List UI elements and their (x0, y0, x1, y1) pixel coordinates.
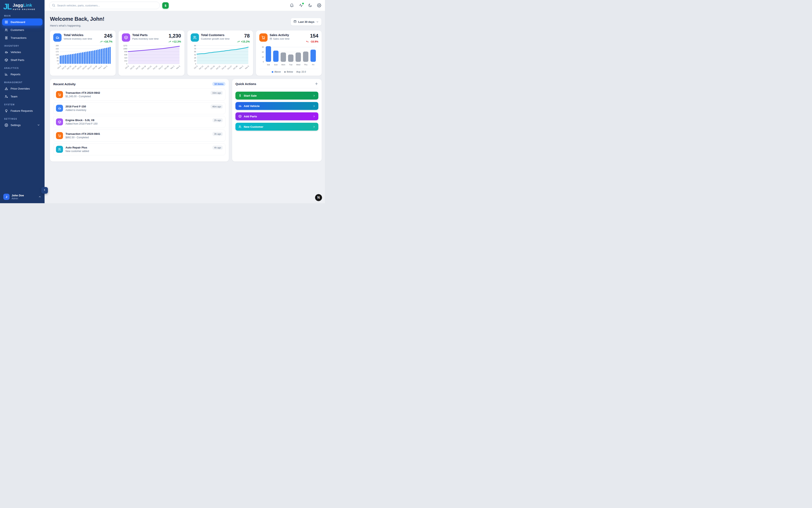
car-icon (53, 33, 61, 42)
sidebar-nav: MAINDashboardCustomersTransactionsINVENT… (0, 12, 45, 191)
activity-list: Transaction #TX-2024-0842$1,245.00 - Com… (53, 89, 225, 155)
sidebar-item-label: Settings (10, 124, 21, 127)
moon-icon[interactable] (308, 3, 312, 7)
stat-card-title: Sales Activity (270, 33, 289, 37)
svg-text:Oct 27: Oct 27 (87, 65, 92, 70)
activity-title: Transaction #TX-2024-0841 (65, 132, 100, 135)
chevron-up-icon[interactable] (38, 195, 41, 198)
recent-activity-panel: Recent Activity 10 items Transaction #TX… (50, 79, 229, 162)
activity-item-transaction-tx-2024-0842[interactable]: Transaction #TX-2024-0842$1,245.00 - Com… (53, 89, 225, 100)
sidebar-collapse-button[interactable] (41, 187, 48, 194)
vehicles-chart: 04386129172215258Oct 9Oct 12Oct 15Oct 18… (53, 44, 112, 76)
activity-item-2018-ford-f-150[interactable]: 2018 Ford F-150Added to inventory46m ago (53, 102, 225, 114)
svg-text:Wed: Wed (296, 64, 300, 66)
quick-action-new-customer[interactable]: New Customer (235, 123, 318, 131)
svg-text:129: 129 (56, 54, 59, 56)
svg-text:Oct 30: Oct 30 (92, 65, 97, 70)
activity-item-auto-repair-plus[interactable]: Auto Repair PlusNew customer added4h ago (53, 143, 225, 155)
svg-text:172: 172 (56, 51, 59, 53)
legend-above: Above (272, 71, 281, 73)
gear-icon (5, 123, 8, 127)
trend-up-icon (237, 40, 240, 43)
sidebar-item-label: Reports (10, 73, 20, 76)
svg-text:Oct 18: Oct 18 (210, 65, 215, 70)
stat-card-value: 1,230 (168, 33, 181, 38)
stat-card-delta: +15.2% (237, 40, 250, 43)
topbar-icons (290, 3, 321, 7)
svg-text:Oct 18: Oct 18 (141, 65, 146, 70)
activity-subtitle: Added to inventory (65, 109, 86, 112)
svg-text:Nov 5: Nov 5 (244, 65, 249, 70)
svg-text:1272: 1272 (123, 45, 127, 47)
activity-time: 4h ago (213, 145, 223, 150)
svg-text:28: 28 (194, 57, 196, 59)
sidebar-item-settings[interactable]: Settings (2, 122, 43, 129)
legend-below: Below (284, 71, 293, 73)
activity-subtitle: Added from 2018 Ford F-150 (65, 122, 98, 125)
activity-icon[interactable] (299, 3, 303, 7)
svg-text:Oct 24: Oct 24 (221, 65, 227, 70)
user-name: John Doe (12, 194, 24, 197)
sidebar-item-customers[interactable]: Customers (2, 26, 43, 33)
main-area: $ Welcome Back, John! Here's what's happ… (45, 0, 325, 203)
quick-action-start-sale[interactable]: Start Sale (235, 92, 318, 99)
recent-activity-header: Recent Activity 10 items (53, 82, 225, 86)
sidebar-item-dashboard[interactable]: Dashboard (2, 18, 43, 26)
activity-title: 2018 Ford F-150 (65, 105, 86, 108)
gear-icon[interactable] (317, 3, 321, 7)
sidebar-item-team[interactable]: Team (2, 93, 43, 100)
activity-item-engine-block-5-0l-v8[interactable]: Engine Block - 5.0L V8Added from 2018 Fo… (53, 116, 225, 128)
calendar-icon (270, 38, 272, 40)
sidebar-item-reports[interactable]: Reports (2, 71, 43, 78)
app-window: JL JaggLink AUTO SALVAGE MAINDashboardCu… (0, 0, 325, 203)
svg-text:Sun: Sun (274, 64, 277, 66)
stat-card-subtitle: Vehicle inventory over time (63, 38, 92, 40)
warning-icon (5, 87, 8, 90)
svg-text:258: 258 (56, 45, 59, 47)
svg-text:Oct 12: Oct 12 (198, 65, 204, 70)
stat-card-subtitle: Customer growth over time (201, 38, 230, 40)
box-icon (5, 58, 8, 62)
quick-action-label: Start Sale (244, 94, 257, 97)
date-range-selector[interactable]: Last 30 days (290, 18, 322, 26)
svg-text:Oct 24: Oct 24 (152, 65, 158, 70)
page-subtitle: Here's what's happening. (50, 24, 104, 27)
brand-name: JaggLink (13, 3, 36, 7)
sidebar-item-feature-requests[interactable]: Feature Requests (2, 107, 43, 114)
recent-activity-title: Recent Activity (53, 82, 76, 86)
sidebar-item-price-overrides[interactable]: Price Overrides (2, 85, 43, 92)
nav-section-label-settings: SETTINGS (0, 115, 45, 122)
svg-text:20: 20 (262, 51, 264, 53)
stat-card-subtitle: Sales over time (270, 38, 289, 40)
svg-text:Oct 21: Oct 21 (77, 65, 82, 70)
stat-cards-row: Total VehiclesVehicle inventory over tim… (50, 31, 322, 76)
activity-subtitle: New customer added (65, 150, 89, 153)
sidebar-item-vehicles[interactable]: Vehicles (2, 48, 43, 55)
brand-logo: JL JaggLink AUTO SALVAGE (0, 0, 45, 12)
svg-text:Nov 2: Nov 2 (170, 65, 175, 70)
nav-section-label-main: MAIN (0, 12, 45, 18)
brand-tagline: AUTO SALVAGE (13, 8, 36, 10)
stat-card-title: Total Vehicles (63, 33, 92, 37)
activity-item-transaction-tx-2024-0841[interactable]: Transaction #TX-2024-0841$892.50 - Compl… (53, 130, 225, 142)
quick-action-add-parts[interactable]: Add Parts (235, 112, 318, 120)
plus-icon[interactable] (315, 82, 318, 86)
quick-action-add-vehicle[interactable]: Add Vehicle (235, 102, 318, 110)
search-input[interactable] (49, 2, 160, 9)
activity-time: 2h ago (213, 118, 223, 122)
quick-sale-button[interactable]: $ (162, 2, 169, 9)
car-icon (238, 104, 242, 108)
svg-text:Oct 12: Oct 12 (130, 65, 135, 70)
dollar-icon (238, 94, 242, 97)
box-icon (238, 115, 242, 118)
user-profile[interactable]: J John Doe Admin (0, 191, 45, 203)
stat-card-title: Total Parts (132, 33, 159, 37)
svg-text:636: 636 (124, 54, 127, 56)
chevron-down-icon (316, 20, 319, 23)
date-range-label: Last 30 days (298, 20, 314, 24)
nextjs-dev-indicator[interactable]: N (315, 194, 322, 201)
sidebar-item-transactions[interactable]: Transactions (2, 34, 43, 41)
sidebar-item-shelf-parts[interactable]: Shelf Parts (2, 56, 43, 64)
stat-card-total-parts: Total PartsParts inventory over time1,23… (119, 31, 184, 76)
bell-icon[interactable] (290, 3, 294, 7)
